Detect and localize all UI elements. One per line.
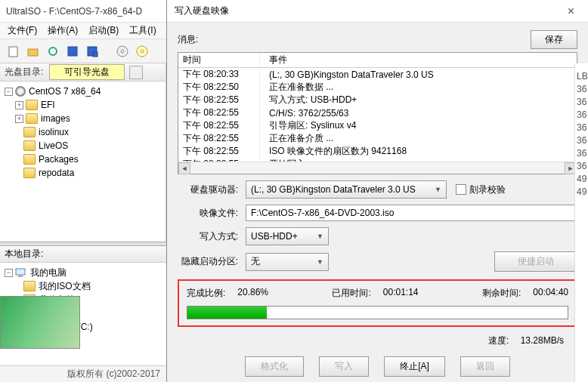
saveas-icon[interactable] xyxy=(85,44,100,59)
hidden-boot-value: 无 xyxy=(251,255,260,268)
strip-value: 36 xyxy=(575,109,588,122)
local-dir-header: 本地目录: xyxy=(0,246,166,263)
speed-label: 速度: xyxy=(488,335,509,346)
menu-file[interactable]: 文件(F) xyxy=(3,23,42,39)
log-event: (L:, 30 GB)Kingston DataTraveler 3.0 US xyxy=(260,69,434,80)
chevron-down-icon: ▼ xyxy=(435,186,441,193)
hidden-boot-select[interactable]: 无 ▼ xyxy=(246,253,329,271)
log-time: 下午 08:22:55 xyxy=(178,145,260,158)
disc-icon[interactable] xyxy=(115,44,130,59)
chevron-down-icon: ▼ xyxy=(317,258,323,266)
log-row: 下午 08:22:50正在准备数据 ... xyxy=(178,81,577,94)
folder-label: EFI xyxy=(41,100,55,110)
local-root[interactable]: − 我的电脑 xyxy=(2,266,165,279)
back-button[interactable]: 返回 xyxy=(460,356,510,377)
write-button[interactable]: 写入 xyxy=(319,356,369,377)
boot-type-button[interactable] xyxy=(129,66,143,79)
folder-icon xyxy=(26,113,38,124)
computer-icon xyxy=(15,267,27,278)
tree-folder[interactable]: isolinux xyxy=(2,125,164,139)
log-event: 正在准备数据 ... xyxy=(260,81,333,94)
tree-folder[interactable]: repodata xyxy=(2,166,164,180)
remain-label: 剩余时间: xyxy=(482,287,521,300)
local-tree[interactable]: − 我的电脑 我的ISO文档我的文档桌面+Windows(C:)+软件(D:) xyxy=(0,263,166,365)
tree-folder[interactable]: LiveOS xyxy=(2,139,164,152)
image-label: 映像文件: xyxy=(178,207,246,220)
disc-dir-header: 光盘目录: 可引导光盘 xyxy=(0,63,166,82)
strip-value: 36 xyxy=(575,135,588,148)
log-time: 下午 08:22:55 xyxy=(178,106,260,119)
collapse-icon[interactable]: − xyxy=(5,88,13,96)
log-row: 下午 08:22:55C/H/S: 3762/255/63 xyxy=(178,106,577,119)
tree-folder[interactable]: +EFI xyxy=(2,98,164,112)
local-item[interactable]: 我的ISO文档 xyxy=(2,279,165,293)
log-row: 下午 08:22:55正在准备介质 ... xyxy=(178,132,577,145)
new-icon[interactable] xyxy=(6,44,21,59)
log-row: 下午 08:20:33(L:, 30 GB)Kingston DataTrave… xyxy=(178,68,577,81)
log-row: 下午 08:22:55写入方式: USB-HDD+ xyxy=(178,94,577,106)
tree-folder[interactable]: Packages xyxy=(2,152,164,166)
scroll-track[interactable] xyxy=(190,162,565,174)
close-icon[interactable]: × xyxy=(562,5,580,18)
speed-value: 13.28MB/s xyxy=(521,335,564,346)
preview-thumbnail xyxy=(0,296,80,349)
write-mode-select[interactable]: USB-HDD+ ▼ xyxy=(246,227,329,245)
collapse-icon[interactable]: − xyxy=(5,269,13,277)
portable-boot-button[interactable]: 便捷启动 xyxy=(494,251,577,272)
disc-tree[interactable]: − CentOS 7 x86_64 +EFI+imagesisolinuxLiv… xyxy=(0,82,166,240)
log-event: C/H/S: 3762/255/63 xyxy=(260,108,348,119)
save-icon[interactable] xyxy=(65,44,80,59)
log-time: 下午 08:20:33 xyxy=(178,68,260,81)
tree-folder[interactable]: +images xyxy=(2,112,164,125)
folder-label: repodata xyxy=(39,168,74,178)
strip-value: 36 xyxy=(575,97,588,109)
expand-icon[interactable]: + xyxy=(15,115,23,123)
strip-value: 36 xyxy=(575,84,588,97)
log-header-event: 事件 xyxy=(260,54,287,66)
message-label: 消息: xyxy=(178,33,208,46)
drive-label: 硬盘驱动器: xyxy=(178,183,246,196)
verify-checkbox[interactable] xyxy=(456,184,466,195)
write-mode-value: USB-HDD+ xyxy=(251,231,298,242)
elapsed-value: 00:01:14 xyxy=(383,287,419,300)
menu-tools[interactable]: 工具(I) xyxy=(125,23,160,39)
right-column-strip: LB363636363636364949 xyxy=(574,63,588,382)
svg-rect-11 xyxy=(18,276,23,277)
log-scrollbar[interactable]: ◄ ► xyxy=(178,162,577,174)
log-row: 下午 08:22:55引导扇区: Syslinux v4 xyxy=(178,119,577,132)
tree-root[interactable]: − CentOS 7 x86_64 xyxy=(2,85,164,98)
save-button[interactable]: 保存 xyxy=(531,30,577,49)
remain-value: 00:04:40 xyxy=(533,287,568,300)
disc-dir-label: 光盘目录: xyxy=(5,66,43,79)
refresh-icon[interactable] xyxy=(45,44,60,59)
scroll-left-icon[interactable]: ◄ xyxy=(178,162,190,174)
burn-icon[interactable] xyxy=(135,44,150,59)
strip-value: LB xyxy=(575,71,588,84)
drive-value: (L:, 30 GB)Kingston DataTraveler 3.0 US xyxy=(251,184,416,195)
complete-value: 20.86% xyxy=(237,287,268,300)
hidden-boot-label: 隐藏启动分区: xyxy=(178,255,246,268)
open-icon[interactable] xyxy=(26,44,41,59)
verify-label: 刻录校验 xyxy=(469,183,506,196)
log-box[interactable]: 时间 事件 下午 08:20:33(L:, 30 GB)Kingston Dat… xyxy=(178,52,577,174)
log-time: 下午 08:22:55 xyxy=(178,94,260,106)
menu-action[interactable]: 操作(A) xyxy=(43,23,82,39)
expand-icon[interactable]: + xyxy=(15,101,23,109)
svg-rect-10 xyxy=(16,269,25,275)
image-path-field[interactable]: F:\CentOS-7-x86_64-DVD-2003.iso xyxy=(246,205,577,221)
write-mode-label: 写入方式: xyxy=(178,230,246,243)
log-row: 下午 08:22:55ISO 映像文件的扇区数为 9421168 xyxy=(178,145,577,158)
boot-type-field[interactable]: 可引导光盘 xyxy=(49,64,125,80)
log-event: 写入方式: USB-HDD+ xyxy=(260,94,357,106)
abort-button[interactable]: 终止[A] xyxy=(384,356,445,377)
format-button[interactable]: 格式化 xyxy=(245,356,304,377)
drive-select[interactable]: (L:, 30 GB)Kingston DataTraveler 3.0 US … xyxy=(246,180,447,199)
svg-point-9 xyxy=(141,50,144,53)
strip-value: 36 xyxy=(575,122,588,135)
menu-boot[interactable]: 启动(B) xyxy=(84,23,123,39)
log-time: 下午 08:22:55 xyxy=(178,132,260,145)
folder-icon xyxy=(23,281,36,291)
folder-icon xyxy=(23,154,36,165)
folder-icon xyxy=(23,140,36,151)
svg-point-7 xyxy=(121,50,124,53)
